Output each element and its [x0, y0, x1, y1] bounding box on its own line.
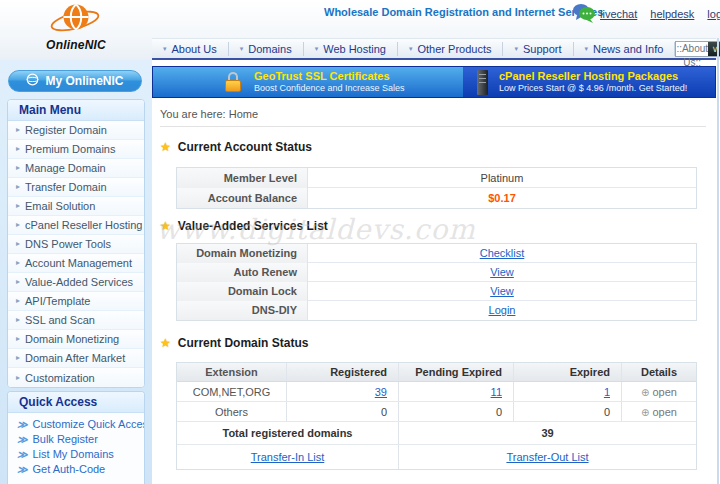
transfer-in-list-link[interactable]: Transfer-In List — [251, 451, 325, 463]
nav-label: Support — [523, 43, 562, 55]
page-right-border — [717, 38, 719, 484]
geotrust-promo[interactable]: GeoTrust SSL Certificates Boost Confiden… — [153, 67, 463, 97]
geotrust-title: GeoTrust SSL Certificates — [254, 70, 405, 83]
sidebar-item-transfer-domain[interactable]: ▸ Transfer Domain — [8, 178, 144, 197]
transfer-out-list-link[interactable]: Transfer-Out List — [506, 451, 588, 463]
bullet-arrow-icon: ▸ — [16, 273, 20, 291]
logout-link[interactable]: logout — [707, 8, 720, 20]
sidebar-item-email-solution[interactable]: ▸ Email Solution — [8, 197, 144, 216]
sidebar-item-domain-monetizing[interactable]: ▸ Domain Monetizing — [8, 330, 144, 349]
total-registered-value: 39 — [399, 422, 696, 444]
dns-diy-login-link[interactable]: Login — [489, 304, 516, 316]
checklist-link[interactable]: Checklist — [480, 247, 525, 259]
sidebar-item-label: Email Solution — [25, 197, 95, 215]
registered-count: 0 — [287, 402, 399, 421]
nav-item-about-us[interactable]: ▾ About Us — [152, 42, 229, 56]
registered-count-link[interactable]: 39 — [375, 386, 387, 398]
member-level-value: Platinum — [308, 168, 696, 188]
padlock-icon — [225, 72, 243, 92]
expand-icon: ⊕ — [641, 387, 649, 398]
nav-item-support[interactable]: ▾ Support — [503, 42, 573, 56]
quick-access-label: Get Auth-Code — [32, 462, 105, 477]
livechat-link[interactable]: livechat — [600, 8, 637, 20]
sidebar-item-label: Manage Domain — [25, 159, 106, 177]
table-row: Account Balance $0.17 — [177, 188, 696, 208]
sidebar-item-value-added-services[interactable]: ▸ Value-Added Services — [8, 273, 144, 292]
sidebar-item-domain-after-market[interactable]: ▸ Domain After Market — [8, 349, 144, 368]
account-status-heading: ★ Current Account Status — [160, 140, 312, 154]
account-balance-value: $0.17 — [308, 188, 696, 208]
sidebar-item-label: Customization — [25, 369, 95, 387]
nav-item-domains[interactable]: ▾ Domains — [229, 42, 304, 56]
value-added-heading: ★ Value-Added Services List — [160, 219, 328, 233]
bullet-arrow-icon: ▸ — [16, 369, 20, 387]
sidebar-item-manage-domain[interactable]: ▸ Manage Domain — [8, 159, 144, 178]
sidebar-item-dns-power-tools[interactable]: ▸ DNS Power Tools — [8, 235, 144, 254]
main-nav: ▾ About Us ▾ Domains ▾ Web Hosting ▾ Oth… — [152, 38, 716, 60]
sidebar-item-cpanel-reseller-hosting[interactable]: ▸ cPanel Reseller Hosting — [8, 216, 144, 235]
domain-lock-view-link[interactable]: View — [490, 285, 514, 297]
geotrust-subtitle: Boost Confidence and Increase Sales — [254, 83, 405, 94]
quick-access-customize[interactable]: ≫ Customize Quick Access — [17, 417, 144, 432]
nav-item-news-and-info[interactable]: ▾ News and Info — [574, 42, 676, 56]
quick-access-label: List My Domains — [32, 447, 113, 462]
sidebar-item-api-template[interactable]: ▸ API/Template — [8, 292, 144, 311]
star-icon: ★ — [160, 336, 171, 350]
chevron-down-icon: ▾ — [514, 45, 518, 53]
quick-access-list-my-domains[interactable]: ≫ List My Domains — [17, 447, 144, 462]
value-added-table: Domain Monetizing Checklist Auto Renew V… — [176, 243, 697, 321]
col-registered: Registered — [287, 363, 399, 381]
helpdesk-link[interactable]: helpdesk — [650, 8, 694, 20]
quick-access-icon: ≫ — [17, 462, 27, 477]
table-header-row: Extension Registered Pending Expired Exp… — [177, 363, 696, 382]
expand-icon: ⊕ — [641, 407, 649, 418]
quick-access-box: Quick Access ≫ Customize Quick Access ≫ … — [7, 391, 145, 484]
star-icon: ★ — [160, 140, 171, 154]
pending-expired-count: 0 — [399, 402, 514, 421]
sidebar-item-label: cPanel Reseller Hosting — [25, 216, 142, 234]
auto-renew-label: Auto Renew — [177, 263, 308, 282]
account-status-table: Member Level Platinum Account Balance $0… — [176, 167, 697, 209]
pending-expired-count-link[interactable]: 11 — [491, 386, 502, 398]
sidebar-item-label: API/Template — [25, 292, 90, 310]
extension-cell: Others — [177, 402, 287, 421]
sidebar-item-customization[interactable]: ▸ Customization — [8, 368, 144, 387]
expired-count-link[interactable]: 1 — [604, 386, 610, 398]
chat-bubbles-icon[interactable] — [572, 3, 596, 25]
bullet-arrow-icon: ▸ — [16, 140, 20, 158]
domain-lock-label: Domain Lock — [177, 282, 308, 301]
about-us-dropdown[interactable]: ::About Us:: ∨ — [675, 41, 720, 57]
breadcrumb: You are here: Home — [160, 108, 706, 127]
nav-item-web-hosting[interactable]: ▾ Web Hosting — [304, 42, 398, 56]
sidebar-item-premium-domains[interactable]: ▸ Premium Domains — [8, 140, 144, 159]
my-onlinenic-button[interactable]: My OnlineNIC — [8, 70, 142, 92]
bullet-arrow-icon: ▸ — [16, 178, 20, 196]
sidebar-item-account-management[interactable]: ▸ Account Management — [8, 254, 144, 273]
quick-access-icon: ≫ — [17, 417, 27, 432]
bullet-arrow-icon: ▸ — [16, 292, 20, 310]
bullet-arrow-icon: ▸ — [16, 311, 20, 329]
domain-monetizing-label: Domain Monetizing — [177, 244, 308, 263]
auto-renew-view-link[interactable]: View — [490, 266, 514, 278]
cpanel-promo[interactable]: cPanel Reseller Hosting Packages Low Pri… — [463, 67, 715, 97]
quick-access-icon: ≫ — [17, 432, 27, 447]
domain-status-table: Extension Registered Pending Expired Exp… — [176, 362, 697, 470]
quick-access-bulk-register[interactable]: ≫ Bulk Register — [17, 432, 144, 447]
quick-access-get-auth-code[interactable]: ≫ Get Auth-Code — [17, 462, 144, 477]
transfer-row: Transfer-In List Transfer-Out List — [177, 445, 696, 469]
sidebar-item-ssl-and-scan[interactable]: ▸ SSL and Scan — [8, 311, 144, 330]
section-title: Current Account Status — [178, 140, 312, 154]
nav-item-other-products[interactable]: ▾ Other Products — [398, 42, 504, 56]
quick-access-list: ≫ Customize Quick Access ≫ Bulk Register… — [8, 413, 144, 477]
server-icon — [477, 70, 488, 95]
member-level-label: Member Level — [177, 168, 308, 188]
cpanel-promo-text: cPanel Reseller Hosting Packages Low Pri… — [499, 70, 687, 94]
expired-count: 0 — [514, 402, 622, 421]
details-open-button[interactable]: ⊕open — [622, 382, 696, 401]
chevron-down-icon: ▾ — [585, 45, 589, 53]
main-menu-box: Main Menu ▸ Register Domain ▸ Premium Do… — [7, 99, 145, 388]
bullet-arrow-icon: ▸ — [16, 235, 20, 253]
geotrust-promo-text: GeoTrust SSL Certificates Boost Confiden… — [254, 70, 405, 94]
sidebar-item-register-domain[interactable]: ▸ Register Domain — [8, 121, 144, 140]
details-open-button[interactable]: ⊕open — [622, 402, 696, 421]
